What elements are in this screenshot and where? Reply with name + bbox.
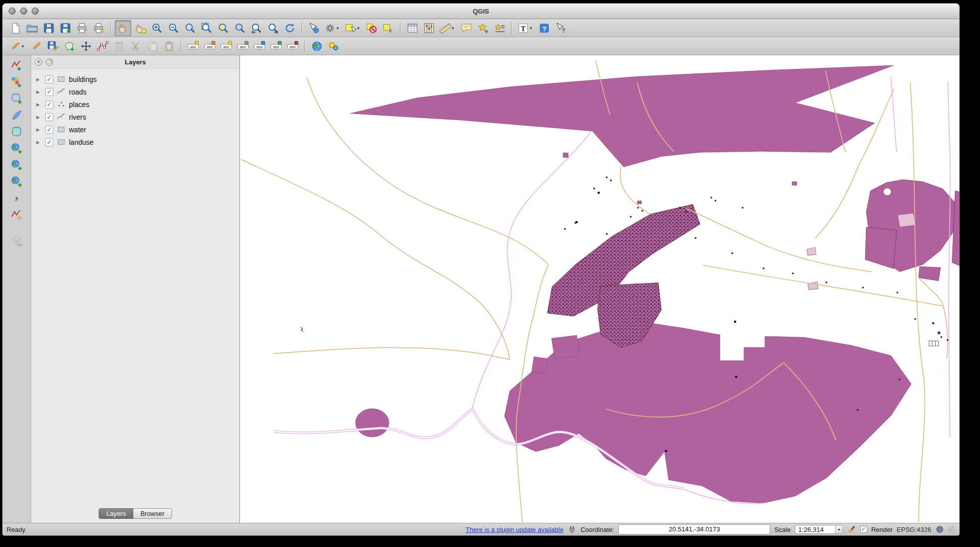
pin-unpin-labels-button[interactable] — [235, 39, 251, 54]
pan-map-to-selection-button[interactable] — [132, 21, 148, 36]
add-wfs-layer-icon — [11, 175, 23, 188]
pan-map-button[interactable] — [115, 20, 131, 36]
dropdown-arrow-icon: ▾ — [22, 44, 24, 49]
add-wms-layer-button[interactable] — [9, 141, 25, 156]
add-raster-layer-button[interactable] — [9, 74, 25, 89]
render-checkbox[interactable]: ✓ — [860, 526, 867, 533]
expander-icon[interactable]: ▶ — [36, 77, 42, 82]
move-label-button[interactable] — [268, 39, 284, 54]
zoom-next-button[interactable] — [265, 21, 281, 36]
save-layer-edits-button[interactable] — [45, 39, 60, 54]
open-project-button[interactable] — [24, 21, 40, 36]
zoom-to-layer-button[interactable] — [232, 21, 248, 36]
zoom-out-button[interactable] — [166, 21, 181, 36]
show-hide-labels-button[interactable] — [252, 39, 267, 54]
layer-row-roads[interactable]: ▶✓roads — [31, 85, 239, 98]
layer-checkbox[interactable]: ✓ — [45, 88, 53, 96]
layer-labeling-options-button[interactable] — [185, 39, 201, 54]
layer-checkbox[interactable]: ✓ — [45, 126, 53, 134]
layer-checkbox[interactable]: ✓ — [45, 138, 53, 146]
layer-row-buildings[interactable]: ▶✓buildings — [31, 73, 239, 85]
layer-checkbox[interactable]: ✓ — [45, 75, 53, 83]
plugin-icon[interactable] — [567, 525, 577, 534]
identify-features-button[interactable] — [306, 21, 321, 36]
resize-grip[interactable] — [948, 526, 955, 533]
scale-combo[interactable]: 1:26,314 ▼ — [795, 525, 843, 534]
pin-unpin-labels-icon — [237, 40, 249, 52]
add-spatialite-layer-button[interactable] — [9, 108, 25, 123]
chevron-down-icon[interactable]: ▼ — [835, 525, 843, 533]
map-canvas[interactable] — [240, 55, 959, 523]
scale-label: Scale — [774, 526, 791, 533]
layer-row-places[interactable]: ▶✓places — [31, 98, 239, 111]
composer-manager-button[interactable] — [91, 21, 106, 36]
add-postgis-layer-button[interactable] — [9, 91, 25, 106]
layer-row-landuse[interactable]: ▶✓landuse — [31, 136, 239, 148]
toggle-editing-button[interactable] — [28, 39, 44, 54]
map-tips-button[interactable] — [458, 21, 474, 36]
show-bookmarks-button[interactable] — [492, 21, 507, 36]
node-tool-button[interactable] — [95, 39, 110, 54]
urban-areas — [547, 205, 700, 348]
expander-icon[interactable]: ▶ — [36, 102, 42, 107]
dropdown-arrow-icon: ▾ — [357, 26, 360, 31]
save-project-button[interactable] — [41, 21, 56, 36]
layer-diagram-options-button[interactable] — [202, 39, 217, 54]
layer-line-swatch-icon — [56, 87, 66, 97]
add-mssql-layer-button[interactable] — [9, 124, 25, 139]
plugin-tools-button[interactable] — [325, 39, 341, 54]
new-project-button[interactable] — [8, 21, 23, 36]
highlight-pinned-labels-button[interactable] — [218, 39, 234, 54]
select-features-button[interactable]: ▾ — [343, 21, 363, 36]
open-attribute-table-button[interactable] — [404, 21, 420, 36]
add-delimited-text-layer-button[interactable] — [9, 191, 25, 206]
add-wfs-layer-button[interactable] — [9, 174, 25, 189]
expander-icon[interactable]: ▶ — [36, 115, 42, 120]
scale-value: 1:26,314 — [798, 526, 824, 533]
whats-this-button[interactable] — [553, 21, 568, 36]
select-by-expression-button[interactable] — [380, 21, 396, 36]
render-brush-icon[interactable] — [847, 525, 856, 534]
layer-row-rivers[interactable]: ▶✓rivers — [31, 111, 239, 123]
layer-checkbox[interactable]: ✓ — [45, 113, 53, 121]
pan-map-icon — [117, 22, 129, 34]
expander-icon[interactable]: ▶ — [36, 127, 42, 132]
new-shapefile-layer-icon — [11, 209, 23, 221]
coordinate-input[interactable]: 20.5141,-34.0173 — [618, 524, 770, 534]
zoom-last-button[interactable] — [249, 21, 264, 36]
expander-icon[interactable]: ▶ — [36, 140, 42, 145]
move-feature-button[interactable] — [78, 39, 94, 54]
tab-layers[interactable]: Layers — [99, 508, 133, 519]
zoom-full-button[interactable] — [199, 21, 214, 36]
change-label-properties-button[interactable] — [285, 39, 300, 54]
new-shapefile-layer-button[interactable] — [9, 207, 25, 222]
layer-checkbox[interactable]: ✓ — [45, 101, 53, 109]
web-globe-button[interactable] — [309, 39, 324, 54]
add-wcs-layer-button[interactable] — [9, 157, 25, 172]
field-calculator-button[interactable] — [421, 21, 437, 36]
add-spatialite-layer-icon — [11, 109, 23, 121]
toggle-editing-icon — [30, 40, 42, 52]
add-vector-layer-button[interactable] — [9, 58, 25, 73]
layers-panel: ✕ ❐ Layers ▶✓buildings▶✓roads▶✓places▶✓r… — [31, 55, 240, 523]
deselect-all-button[interactable] — [364, 21, 379, 36]
new-bookmark-button[interactable] — [475, 21, 491, 36]
zoom-to-selection-button[interactable] — [215, 21, 231, 36]
zoom-in-button[interactable] — [149, 21, 165, 36]
tab-browser[interactable]: Browser — [133, 508, 172, 519]
run-feature-action-button[interactable]: ▾ — [322, 21, 342, 36]
current-edits-icon — [9, 40, 21, 52]
text-annotation-button[interactable]: ▾ — [516, 21, 535, 36]
expander-icon[interactable]: ▶ — [36, 89, 42, 95]
help-contents-button[interactable] — [536, 21, 552, 36]
measure-line-button[interactable]: ▾ — [438, 21, 457, 36]
add-feature-button[interactable] — [61, 39, 77, 54]
crs-globe-icon[interactable] — [935, 525, 944, 534]
zoom-native-button[interactable] — [182, 21, 198, 36]
new-print-composer-button[interactable] — [74, 21, 90, 36]
current-edits-button[interactable]: ▾ — [8, 39, 27, 54]
plugin-update-link[interactable]: There is a plugin update available — [466, 526, 563, 533]
refresh-map-button[interactable] — [282, 21, 297, 36]
save-project-as-button[interactable] — [57, 21, 73, 36]
layer-row-water[interactable]: ▶✓water — [31, 123, 239, 136]
